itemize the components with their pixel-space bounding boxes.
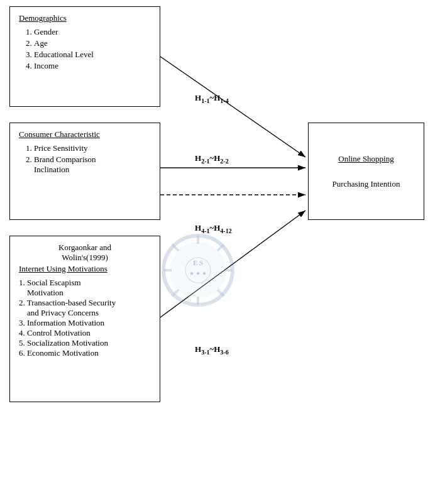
consumer-title: Consumer Characteristic [19,129,151,140]
consumer-box: Consumer Characteristic Price Sensitivit… [9,123,160,220]
online-subtitle: Purchasing Intention [333,179,400,189]
internet-title: Internet Using Motivations [19,264,151,274]
diagram-container: Demographics Gender Age Educational Leve… [0,0,440,504]
online-title: Online Shopping [338,154,393,164]
list-item: Age [34,38,151,48]
list-item: 1. Social Escapism Motivation [19,278,151,298]
arrow-h1 [160,57,305,157]
internet-list: 1. Social Escapism Motivation 2. Transac… [19,278,151,358]
svg-text:E S: E S [193,259,203,266]
h11-label: H1-1~H1-4 [195,93,229,104]
list-item: 5. Socialization Motivation [19,338,151,348]
list-item: 3. Information Motivation [19,318,151,328]
list-item: 2. Transaction-based Security and Privac… [19,298,151,318]
h21-label: H2-1~H2-2 [195,153,229,165]
online-box: Online Shopping Purchasing Intention [308,123,424,220]
internet-box: Korgaonkar andWolin's(1999) Internet Usi… [9,236,160,402]
list-item: Income [34,61,151,71]
consumer-list: Price Sensitivity Brand ComparisonInclin… [19,143,151,175]
list-item: 6. Economic Motivation [19,348,151,358]
list-item: Educational Level [34,50,151,60]
list-item: Price Sensitivity [34,143,151,153]
internet-pre-title: Korgaonkar andWolin's(1999) [19,243,151,263]
list-item: Gender [34,27,151,37]
h31-label: H3-1~H3-6 [195,344,229,356]
watermark: E S ★ ★ ★ [160,233,236,308]
list-item: 4. Control Motivation [19,328,151,338]
demographics-box: Demographics Gender Age Educational Leve… [9,6,160,107]
demographics-list: Gender Age Educational Level Income [19,27,151,71]
svg-text:★ ★ ★: ★ ★ ★ [189,270,207,277]
demographics-title: Demographics [19,13,151,23]
list-item: Brand ComparisonInclination [34,155,151,175]
